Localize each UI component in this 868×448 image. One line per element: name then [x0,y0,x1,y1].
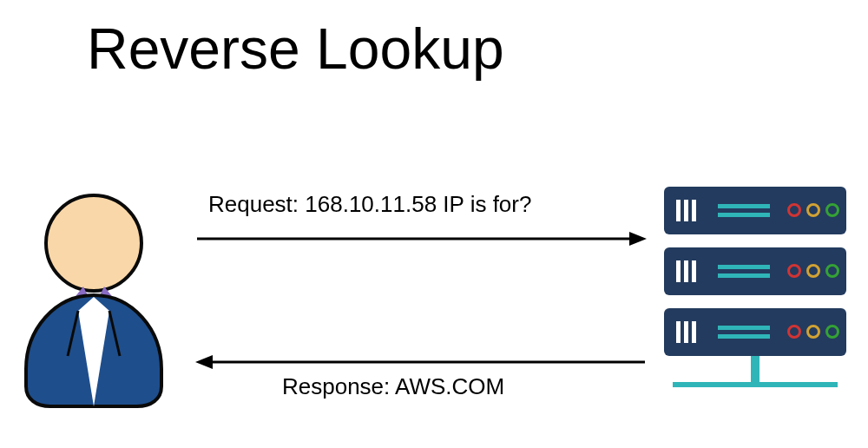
svg-rect-16 [684,260,688,282]
svg-rect-26 [692,321,696,343]
response-label: Response: AWS.COM [282,373,504,400]
svg-rect-7 [684,200,688,221]
svg-rect-19 [718,273,770,278]
svg-marker-4 [195,355,213,369]
svg-rect-27 [718,326,770,330]
svg-rect-15 [676,260,681,282]
svg-rect-8 [692,200,696,221]
request-label: Request: 168.10.11.58 IP is for? [208,191,531,218]
svg-rect-33 [673,382,838,387]
svg-rect-6 [676,200,681,221]
request-arrow-icon [195,226,647,252]
svg-rect-17 [692,260,696,282]
svg-rect-24 [676,321,681,343]
diagram-title: Reverse Lookup [87,16,504,82]
svg-rect-18 [718,265,770,269]
svg-rect-10 [718,213,770,217]
svg-marker-2 [629,232,647,246]
svg-rect-9 [718,204,770,208]
user-icon [16,182,172,408]
svg-rect-25 [684,321,688,343]
server-icon [664,187,846,412]
svg-rect-28 [718,334,770,339]
svg-point-0 [46,195,141,291]
svg-rect-32 [751,356,760,382]
response-arrow-icon [195,349,647,375]
